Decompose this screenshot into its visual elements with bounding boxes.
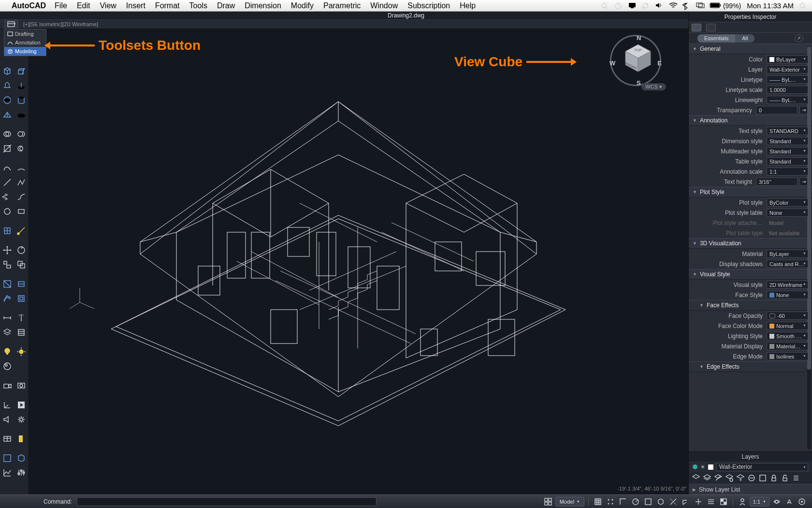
sb-dyn-icon[interactable]	[693, 497, 704, 507]
menu-dimension[interactable]: Dimension	[245, 1, 281, 10]
layer-color-swatch[interactable]	[708, 464, 713, 470]
tool-subtract[interactable]	[15, 127, 29, 141]
clock-text[interactable]: Mon 11:33 AM	[747, 1, 794, 10]
sb-polar-icon[interactable]	[630, 497, 641, 507]
menu-insert[interactable]: Insert	[126, 1, 145, 10]
section-general[interactable]: ▼General	[689, 44, 812, 54]
bluetooth-icon[interactable]	[682, 2, 690, 9]
tool-render[interactable]	[15, 379, 29, 392]
sb-3dosnap-icon[interactable]	[655, 497, 666, 507]
prop-value[interactable]: Standard	[767, 137, 808, 145]
prop-value[interactable]: Isolines	[767, 352, 808, 360]
viewcube-cube-icon[interactable]: TOP FRONT RIGHT	[623, 43, 653, 74]
prop-value[interactable]: None	[767, 291, 808, 299]
tool-extrude[interactable]	[15, 64, 29, 78]
tool-align[interactable]	[0, 258, 14, 271]
sb-annoscale-person-icon[interactable]	[737, 497, 748, 507]
menu-edit[interactable]: Edit	[77, 1, 90, 10]
prop-value[interactable]: —— ByL…	[767, 96, 808, 104]
clock-icon[interactable]	[615, 2, 623, 9]
layer-tool-5[interactable]: ✶	[736, 474, 745, 482]
tool-material[interactable]	[0, 359, 14, 373]
layer-on-icon[interactable]	[693, 464, 697, 469]
tool-presspull[interactable]	[0, 79, 14, 92]
prop-value[interactable]: None	[767, 209, 808, 217]
sb-osnap-icon[interactable]	[643, 497, 653, 507]
section-face-effects[interactable]: ▼Face Effects	[689, 300, 812, 311]
sb-ducs-icon[interactable]	[681, 497, 691, 507]
section-3d-visualization[interactable]: ▼3D Visualization	[689, 238, 812, 249]
sb-lwt-icon[interactable]	[706, 497, 716, 507]
tool-table[interactable]	[0, 432, 14, 446]
prop-value[interactable]: 1.0000	[767, 86, 808, 94]
tool-line[interactable]	[0, 176, 14, 189]
viewcube-s[interactable]: S	[637, 79, 641, 87]
filter-popout-icon[interactable]: ↗	[795, 34, 803, 42]
tool-slice[interactable]	[0, 142, 14, 155]
prop-value[interactable]: 3/16"	[756, 178, 798, 186]
tool-copy[interactable]	[15, 258, 29, 271]
display-icon[interactable]	[628, 2, 636, 9]
tool-field[interactable]	[15, 432, 29, 446]
tool-graph[interactable]	[0, 466, 14, 479]
menu-view[interactable]: View	[100, 1, 116, 10]
tool-levels[interactable]	[15, 466, 29, 479]
viewcube-n[interactable]: N	[637, 34, 641, 42]
toolsets-button[interactable]	[4, 20, 18, 29]
toolset-drafting[interactable]: Drafting	[4, 30, 46, 38]
tool-box[interactable]	[0, 64, 14, 78]
tool-arc[interactable]	[15, 161, 29, 175]
tool-cylinder[interactable]	[15, 93, 29, 107]
tool-lightbulb[interactable]	[0, 345, 14, 359]
layer-tool-unlock[interactable]	[781, 474, 789, 482]
tool-section[interactable]	[0, 277, 14, 291]
tool-polyline[interactable]	[15, 176, 29, 189]
viewcube[interactable]: N S E W TOP FRONT RIGHT	[604, 29, 667, 92]
tool-speaker[interactable]	[0, 413, 14, 426]
viewcube-w[interactable]: W	[609, 60, 615, 67]
layer-tool-6[interactable]	[747, 474, 756, 482]
layout-grid-icon[interactable]	[543, 497, 553, 507]
sb-anno-auto-icon[interactable]	[784, 497, 795, 507]
menu-format[interactable]: Format	[155, 1, 180, 10]
sb-ortho-icon[interactable]	[618, 497, 628, 507]
tool-layer-state[interactable]	[15, 326, 29, 339]
spotlight-icon[interactable]	[799, 2, 807, 9]
modelspace-button[interactable]: Model	[555, 497, 584, 507]
tool-settings[interactable]	[15, 413, 29, 426]
model-viewport[interactable]: -19'-1 3/4", 46'-10 9/16", 0'-0"	[29, 29, 688, 494]
show-layer-list[interactable]: ▶Show Layer List	[689, 484, 812, 494]
prop-value[interactable]: -60	[767, 312, 808, 320]
tool-rotate3d[interactable]	[15, 243, 29, 257]
sb-transparency-icon[interactable]	[718, 497, 729, 507]
inspector-tab-other-icon[interactable]	[706, 24, 716, 31]
prop-value[interactable]: 0	[756, 106, 798, 114]
layer-tool-1[interactable]	[692, 474, 700, 482]
tool-offset-face[interactable]	[0, 292, 14, 305]
layer-tool-lock[interactable]	[769, 474, 778, 482]
tool-mesh-edit[interactable]	[15, 224, 29, 238]
prop-value[interactable]: ByLayer	[767, 250, 808, 258]
menu-file[interactable]: File	[55, 1, 67, 10]
tool-sun[interactable]	[15, 345, 29, 359]
sb-grid-icon[interactable]	[593, 497, 603, 507]
tool-wedge[interactable]	[0, 108, 14, 121]
tool-sphere[interactable]	[0, 93, 14, 107]
layer-tool-4[interactable]	[725, 474, 734, 482]
prop-value[interactable]: Material…	[767, 342, 808, 350]
prop-value[interactable]: ByLayer	[767, 55, 808, 63]
tool-intersect[interactable]	[15, 142, 29, 155]
layer-tool-7[interactable]	[758, 474, 767, 482]
sb-workspace-icon[interactable]	[797, 497, 807, 507]
tool-torus[interactable]	[15, 108, 29, 121]
battery-icon[interactable]	[710, 2, 717, 9]
tool-union[interactable]	[0, 127, 14, 141]
prop-value[interactable]: Smooth …	[767, 332, 808, 340]
tool-circle[interactable]	[0, 205, 14, 218]
annotation-scale-button[interactable]: 1:1	[750, 497, 769, 507]
tool-camera[interactable]	[0, 379, 14, 392]
prop-value[interactable]: Wall-Exterior	[767, 65, 808, 74]
menu-help[interactable]: Help	[460, 1, 476, 10]
tool-view-iso[interactable]	[15, 451, 29, 465]
wifi-icon[interactable]	[669, 2, 677, 9]
